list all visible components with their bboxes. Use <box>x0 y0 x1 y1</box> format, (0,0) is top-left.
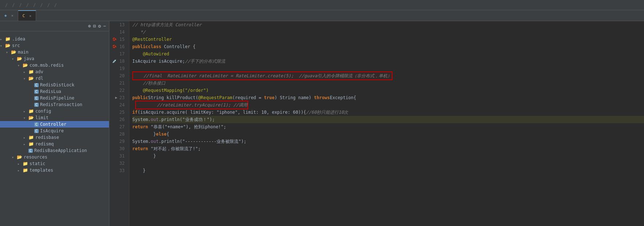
tree-item-templates[interactable]: ▸📁templates <box>0 167 109 174</box>
collapse-icon[interactable]: ⊟ <box>93 23 96 29</box>
settings-icon[interactable]: ⚙ <box>98 23 101 29</box>
tree-item-IsAcquire[interactable]: CIsAcquire <box>0 128 109 134</box>
code-line-28[interactable]: }else{ <box>132 130 644 138</box>
tab-lua-close[interactable]: ✕ <box>11 13 13 17</box>
code-line-25[interactable]: if(isAcquire.acquire( limitKey: "iphone"… <box>132 109 644 116</box>
code-line-29[interactable]: System.out.println("------------业务被限流"); <box>132 138 644 145</box>
tree-item-RedisTransaction[interactable]: CRedisTransaction <box>0 101 109 108</box>
folder-icon: 📂 <box>17 56 22 61</box>
code-editor[interactable]: 1314🫘15🫘1617💉1819202122▶2324252627282930… <box>109 21 644 226</box>
code-line-26[interactable]: System.out.println("业务成功！"); <box>132 116 644 123</box>
code-line-15[interactable]: @RestController <box>132 36 644 43</box>
tree-arrow: ▾ <box>17 63 23 67</box>
tree-item-limit[interactable]: ▾📂limit <box>0 114 109 121</box>
java-class-icon: C <box>34 129 39 133</box>
line-num-text: 13 <box>117 21 125 28</box>
java-class-icon: C <box>34 90 39 94</box>
tree-item-src[interactable]: ▾📂src <box>0 42 109 49</box>
tree-item-label: .idea <box>12 36 25 42</box>
minimize-icon[interactable]: − <box>103 23 106 29</box>
tab-lua[interactable]: ◆ ✕ <box>0 10 18 21</box>
folder-icon: 📁 <box>5 36 11 42</box>
tree-item-rdl[interactable]: ▾📂rdl <box>0 75 109 82</box>
line-number-18: 💉18 <box>112 58 126 65</box>
line-num-text: 23 <box>117 94 125 101</box>
code-line-16[interactable]: public class Controller { <box>132 43 644 50</box>
code-line-27[interactable]: return "恭喜("+name+"), 抢到iphone!"; <box>132 123 644 130</box>
tab-java-close[interactable]: ✕ <box>29 14 31 18</box>
tree-item-idea[interactable]: ▸📁.idea <box>0 36 109 42</box>
tree-item-com.msb.redis[interactable]: ▾📂com.msb.redis <box>0 62 109 69</box>
code-line-22[interactable]: @RequestMapping("/order") <box>132 87 644 94</box>
line-num-text: 20 <box>117 72 125 79</box>
keyword: throws <box>314 94 330 101</box>
keyword: return <box>132 123 148 130</box>
folder-icon: 📂 <box>11 50 16 55</box>
tree-item-label: redismq <box>35 141 54 147</box>
keyword: return <box>132 145 148 152</box>
tree-item-RedisBaseApplication[interactable]: CRedisBaseApplication <box>0 147 109 154</box>
tree-item-redismq[interactable]: ▸📁redismq <box>0 141 109 147</box>
tree-item-label: rdl <box>35 76 43 81</box>
code-line-14[interactable]: */ <box>132 28 644 36</box>
line-number-19: 19 <box>112 65 126 72</box>
code-line-24[interactable]: //rateLimiter.tryAcquire(1); //调用 <box>132 101 644 109</box>
line-num-text: 30 <box>117 145 125 152</box>
tree-arrow: ▸ <box>23 109 28 113</box>
tree-item-RedisLua[interactable]: CRedisLua <box>0 88 109 95</box>
tab-java[interactable]: C ✕ <box>18 10 36 21</box>
keyword: class <box>148 43 161 50</box>
add-module-icon[interactable]: ⊕ <box>88 23 91 29</box>
code-line-18[interactable]: IsAcquire isAcquire;//手下的分布式限流 <box>132 58 644 65</box>
line-number-25: 25 <box>112 109 126 116</box>
project-root-name[interactable] <box>0 31 109 34</box>
code-line-21[interactable]: //秒杀接口 <box>132 79 644 87</box>
indent-spaces <box>132 87 143 94</box>
tree-item-label: RedisLua <box>40 89 61 94</box>
gutter-bean-icon: 🫘 <box>112 36 117 43</box>
tab-bar: ◆ ✕ C ✕ <box>0 10 644 21</box>
tree-item-RedisPipeline[interactable]: CRedisPipeline <box>0 95 109 101</box>
code-line-32[interactable] <box>132 160 644 167</box>
line-num-text: 27 <box>117 123 125 130</box>
tree-item-static[interactable]: ▸📁static <box>0 160 109 167</box>
tree-item-java[interactable]: ▾📂java <box>0 55 109 62</box>
line-num-text: 21 <box>117 79 125 87</box>
tree-item-redisbase[interactable]: ▸📁redisbase <box>0 134 109 141</box>
line-num-text: 19 <box>117 65 125 72</box>
tree-item-label: static <box>30 161 45 166</box>
keyword: else <box>156 130 167 138</box>
tree-item-main[interactable]: ▾📂main <box>0 49 109 55</box>
folder-icon: 📁 <box>23 161 28 166</box>
code-line-31[interactable]: } <box>132 152 644 160</box>
code-line-23[interactable]: public String killProduct(@RequestParam(… <box>132 94 644 101</box>
gutter-inject-icon: 💉 <box>112 58 117 65</box>
tree-arrow: ▾ <box>23 116 28 120</box>
code-line-30[interactable]: return "对不起，你被限流了!"; <box>132 145 644 152</box>
folder-icon: 📁 <box>28 69 34 74</box>
code-line-17[interactable]: @Autowired <box>132 50 644 58</box>
code-line-20[interactable]: //final RateLimiter rateLimiter = RateLi… <box>132 72 644 79</box>
tree-item-label: RedisTransaction <box>40 102 82 107</box>
tree-item-label: RedisPipeline <box>40 96 74 101</box>
line-num-text: 25 <box>117 109 125 116</box>
tree-item-label: adv <box>35 69 43 74</box>
tree-item-label: RedisBaseApplication <box>34 148 87 153</box>
tree-arrow: ▸ <box>17 168 23 172</box>
code-line-33[interactable]: } <box>132 167 644 174</box>
folder-icon: 📂 <box>17 155 22 160</box>
code-line-19[interactable] <box>132 65 644 72</box>
line-number-31: 31 <box>112 152 126 160</box>
tree-item-resources[interactable]: ▾📂resources <box>0 154 109 160</box>
comment-zh: //手下的分布式限流 <box>185 58 225 65</box>
tree-item-RedisDistLock[interactable]: CRedisDistLock <box>0 82 109 88</box>
annotation-text: @Autowired <box>143 50 169 58</box>
code-lines: // http请求方法关 Controller */@RestControlle… <box>129 21 644 226</box>
tree-item-Controller[interactable]: CController <box>0 121 109 128</box>
code-line-13[interactable]: // http请求方法关 Controller <box>132 21 644 28</box>
tree-item-adv[interactable]: ▸📁adv <box>0 69 109 75</box>
tree-item-config[interactable]: ▸📁config <box>0 108 109 114</box>
line-num-text: 33 <box>117 167 125 174</box>
folder-icon: 📂 <box>28 76 34 81</box>
tree-arrow: ▾ <box>23 77 28 81</box>
